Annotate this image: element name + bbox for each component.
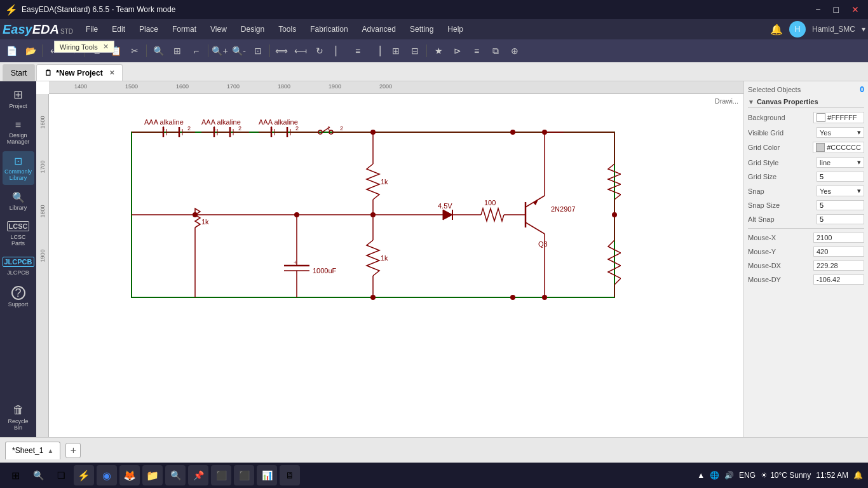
- app8[interactable]: ⬛: [234, 465, 254, 485]
- menu-fabrication[interactable]: Fabrication: [304, 22, 354, 36]
- grid-style-row: Grid Style line ▾: [748, 157, 864, 168]
- taskbar-right: ▲ 🌐 🔊 ENG ☀ 10°C Sunny 11:52 AM 🔔: [697, 471, 863, 480]
- wire-button[interactable]: ⌐: [187, 42, 205, 60]
- snap-value[interactable]: Yes ▾: [817, 186, 864, 196]
- q3-label: Q3: [538, 240, 548, 248]
- zoom-out-button[interactable]: 🔍-: [230, 42, 248, 60]
- weather-icon: ☀: [761, 471, 768, 480]
- menu-advanced[interactable]: Advanced: [356, 22, 402, 36]
- user-avatar[interactable]: H: [789, 21, 806, 37]
- background-color-swatch: [817, 113, 825, 122]
- taskbar-up-arrow[interactable]: ▲: [697, 471, 705, 480]
- chrome-app[interactable]: ◉: [97, 465, 117, 485]
- canvas-area[interactable]: 1400 1500 1600 1700 1800 1900 2000 1600 …: [36, 81, 743, 437]
- netport-button[interactable]: ⊳: [449, 42, 466, 60]
- notification-center[interactable]: 🔔: [853, 471, 863, 480]
- layer-button[interactable]: ⧉: [487, 42, 505, 60]
- rotate-button[interactable]: ↻: [311, 42, 329, 60]
- sheet-tab-1[interactable]: *Sheet_1 ▲: [5, 442, 60, 459]
- sidebar-item-library[interactable]: 🔍 Library: [3, 187, 34, 215]
- wiring-tools-close[interactable]: ✕: [103, 43, 109, 51]
- bus-button[interactable]: ≡: [468, 42, 485, 60]
- canvas-content[interactable]: Drawi... AAA alkaline 1 2 AAA alkaline: [49, 94, 743, 437]
- tab-new-project[interactable]: 🗒 *New Project ✕: [36, 64, 122, 81]
- menu-tools[interactable]: Tools: [272, 22, 302, 36]
- snap-size-input[interactable]: [817, 200, 864, 210]
- cut-button[interactable]: ✂: [126, 42, 144, 60]
- align-center-button[interactable]: ≡: [349, 42, 367, 60]
- ruler-v-1900: 1900: [39, 250, 46, 262]
- tab-close-icon[interactable]: ✕: [109, 69, 114, 76]
- user-dropdown-icon[interactable]: ▾: [862, 25, 865, 34]
- sheet-up-arrow[interactable]: ▲: [47, 447, 53, 454]
- app5[interactable]: 🔍: [165, 465, 186, 485]
- menu-setting[interactable]: Setting: [403, 22, 440, 36]
- add-sheet-button[interactable]: +: [65, 443, 81, 458]
- sidebar-item-recycle-bin[interactable]: 🗑 RecycleBin: [3, 400, 34, 435]
- grid-color-value[interactable]: #CCCCCC: [813, 142, 864, 153]
- tab-start[interactable]: Start: [3, 64, 35, 81]
- sidebar-item-commonly-library[interactable]: ⊡ CommonlyLibrary: [3, 151, 34, 185]
- sidebar-item-support[interactable]: ? Support: [3, 282, 34, 311]
- toolbar-separator-1: [42, 44, 43, 57]
- menu-file[interactable]: File: [79, 22, 104, 36]
- taskview[interactable]: ❏: [51, 465, 71, 485]
- lang-indicator: ENG: [739, 471, 756, 480]
- mouse-dy-row: Mouse-DY -106.42: [748, 274, 864, 285]
- search-taskbar[interactable]: 🔍: [28, 465, 48, 485]
- align-left-button[interactable]: ▏: [330, 42, 348, 60]
- firefox-app[interactable]: 🦊: [119, 465, 140, 485]
- new-button[interactable]: 📄: [3, 42, 20, 60]
- app7[interactable]: ⬛: [211, 465, 231, 485]
- sidebar-item-lcsc[interactable]: LCSC LCSCParts: [3, 217, 34, 250]
- minimize-button[interactable]: −: [811, 3, 824, 16]
- alt-snap-input[interactable]: [817, 214, 864, 224]
- distribute-v-button[interactable]: ⊟: [406, 42, 424, 60]
- distribute-h-button[interactable]: ⊞: [387, 42, 405, 60]
- jlcpcb-icon: JLCPCB: [3, 257, 34, 267]
- sidebar-item-design-manager[interactable]: ≡ DesignManager: [3, 116, 34, 149]
- visible-grid-row: Visible Grid Yes ▾: [748, 127, 864, 138]
- menu-place[interactable]: Place: [133, 22, 165, 36]
- vscode-app[interactable]: ⚡: [74, 465, 94, 485]
- menu-view[interactable]: View: [204, 22, 233, 36]
- app9[interactable]: 📊: [257, 465, 277, 485]
- menu-help[interactable]: Help: [441, 22, 470, 36]
- menu-edit[interactable]: Edit: [105, 22, 132, 36]
- panel-separator: [748, 228, 864, 229]
- app6[interactable]: 📌: [188, 465, 208, 485]
- ruler-mark-2000: 2000: [379, 83, 392, 90]
- recycle-bin-icon: 🗑: [13, 403, 24, 417]
- notification-icon[interactable]: 🔔: [770, 24, 783, 36]
- close-button[interactable]: ✕: [848, 3, 863, 16]
- flip-v-button[interactable]: ⟻: [292, 42, 309, 60]
- zoom-fit-button[interactable]: ⊡: [249, 42, 267, 60]
- search-button[interactable]: 🔍: [149, 42, 167, 60]
- lcsc-icon: LCSC: [7, 221, 30, 231]
- visible-grid-value[interactable]: Yes ▾: [817, 127, 864, 138]
- find-button[interactable]: ⊞: [168, 42, 186, 60]
- app10[interactable]: 🖥: [280, 465, 300, 485]
- flip-h-button[interactable]: ⟺: [273, 42, 290, 60]
- open-button[interactable]: 📂: [22, 42, 39, 60]
- background-label: Background: [748, 114, 785, 121]
- sidebar-item-jlcpcb[interactable]: JLCPCB JLCPCB: [3, 253, 34, 280]
- menu-format[interactable]: Format: [166, 22, 203, 36]
- explorer-app[interactable]: 📁: [142, 465, 163, 485]
- grid-color-swatch: [816, 143, 825, 152]
- grid-style-value[interactable]: line ▾: [817, 157, 864, 168]
- menu-design[interactable]: Design: [234, 22, 271, 36]
- sidebar-item-project[interactable]: ⊞ Project: [3, 84, 34, 113]
- background-value[interactable]: #FFFFFF: [813, 112, 864, 123]
- grid-size-input[interactable]: [817, 172, 864, 182]
- title-controls[interactable]: − □ ✕: [811, 3, 863, 16]
- share-button[interactable]: ⊕: [506, 42, 524, 60]
- bat1-p2: 2: [187, 125, 191, 132]
- zoom-in-button[interactable]: 🔍+: [211, 42, 229, 60]
- maximize-button[interactable]: □: [830, 3, 843, 16]
- sidebar-recycle-bin-label: RecycleBin: [8, 418, 28, 431]
- start-button[interactable]: ⊞: [5, 465, 25, 485]
- canvas-collapse-icon[interactable]: ▼: [748, 98, 754, 105]
- align-right-button[interactable]: ▕: [368, 42, 386, 60]
- symbol-button[interactable]: ★: [430, 42, 447, 60]
